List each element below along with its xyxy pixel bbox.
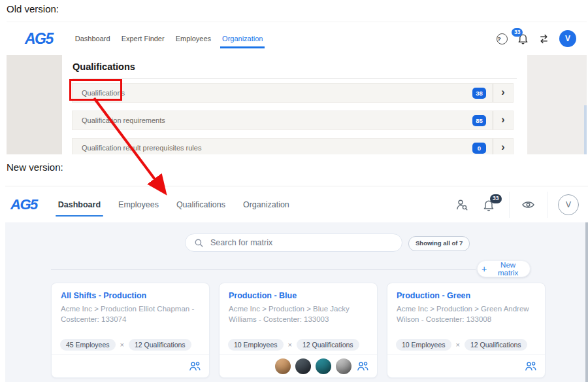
row-right: 85 › — [472, 111, 513, 130]
qualifications-badge: 12 Qualifications — [297, 339, 359, 351]
search-icon — [194, 238, 204, 248]
multiply-icon: × — [288, 341, 292, 349]
matrix-card-footer — [52, 355, 209, 377]
multiply-icon: × — [456, 341, 460, 349]
matrix-badges: 45 Employees × 12 Qualifications — [60, 339, 191, 351]
team-icon[interactable] — [188, 360, 201, 372]
eye-icon[interactable] — [521, 200, 535, 210]
matrix-card-footer — [387, 355, 545, 377]
sync-icon[interactable] — [538, 33, 549, 44]
annotation-highlight-box — [69, 79, 122, 101]
row-right: 0 › — [472, 139, 513, 154]
chevron-right-icon[interactable]: › — [493, 142, 513, 154]
help-glyph: ? — [497, 35, 501, 43]
count-badge: 38 — [472, 88, 486, 99]
qualifications-panel: Qualifications Qualifications 38 › Quali… — [62, 55, 527, 154]
old-sidebar — [7, 55, 63, 154]
panel-title: Qualifications — [73, 61, 517, 78]
new-header-actions: 33 V — [455, 186, 588, 223]
qualifications-badge: 12 Qualifications — [129, 339, 191, 351]
matrix-badges: 10 Employees × 12 Qualifications — [228, 339, 359, 351]
team-icon[interactable] — [356, 360, 369, 372]
user-avatar[interactable]: V — [559, 30, 576, 47]
matrix-description: Acme Inc > Production Elliot Chapman - C… — [61, 304, 200, 324]
new-header: AG5 Dashboard Employees Qualifications O… — [5, 186, 588, 223]
new-version-label: New version: — [7, 162, 63, 173]
employees-badge: 45 Employees — [60, 339, 116, 351]
matrix-card-footer — [220, 355, 377, 377]
list-item-qualification-requirements[interactable]: Qualification requirements 85 › — [72, 111, 514, 130]
nav-expert-finder[interactable]: Expert Finder — [122, 35, 165, 43]
tab-qualifications[interactable]: Qualifications — [176, 200, 225, 209]
employees-badge: 10 Employees — [396, 339, 451, 351]
search-input[interactable] — [209, 237, 402, 248]
nav-dashboard[interactable]: Dashboard — [75, 35, 110, 43]
row-right: 38 › — [472, 84, 513, 102]
count-badge: 85 — [472, 115, 486, 126]
ag5-logo: AG5 — [10, 196, 37, 213]
scrollbar[interactable] — [584, 105, 587, 154]
nav-organization[interactable]: Organization — [222, 35, 263, 43]
list-item-qualifications[interactable]: Qualifications 38 › — [72, 83, 514, 103]
help-icon[interactable]: ? — [497, 33, 508, 44]
matrix-card-production-green[interactable]: Production - Green Acme Inc > Production… — [387, 283, 546, 378]
new-version-screenshot: AG5 Dashboard Employees Qualifications O… — [5, 186, 588, 382]
user-avatar[interactable]: V — [558, 194, 579, 215]
tab-employees[interactable]: Employees — [118, 200, 159, 209]
matrix-description: Acme Inc > Production > Green Andrew Wil… — [397, 304, 536, 324]
old-version-label: Old version: — [7, 3, 59, 14]
team-icon[interactable] — [524, 360, 537, 372]
divider — [51, 269, 476, 269]
qualifications-badge: 12 Qualifications — [465, 339, 527, 351]
new-matrix-button[interactable]: + New matrix — [477, 260, 531, 277]
old-header-actions: ? 33 V — [497, 30, 576, 47]
matrix-description: Acme Inc > Production > Blue Jacky Willi… — [229, 304, 368, 324]
row-label: Qualification requirements — [82, 116, 165, 124]
row-label: Qualification result prerequisites rules — [82, 144, 201, 152]
dashboard-content: Showing all of 7 + New matrix All Shifts… — [5, 222, 588, 382]
plus-icon: + — [482, 264, 487, 273]
avatar[interactable] — [316, 358, 331, 374]
header-divider — [547, 192, 547, 218]
tab-organization[interactable]: Organization — [243, 200, 289, 209]
matrix-card-all-shifts-production[interactable]: All Shifts - Production Acme Inc > Produ… — [51, 283, 210, 378]
new-nav: Dashboard Employees Qualifications Organ… — [58, 200, 289, 209]
old-header: AG5 Dashboard Expert Finder Employees Or… — [7, 22, 587, 56]
showing-count-pill[interactable]: Showing all of 7 — [408, 236, 470, 251]
old-content-area: Qualifications Qualifications 38 › Quali… — [7, 55, 587, 154]
header-divider — [509, 192, 510, 218]
ag5-logo: AG5 — [25, 30, 53, 48]
notification-badge: 33 — [490, 194, 502, 203]
avatar[interactable] — [295, 358, 311, 374]
new-matrix-label: New matrix — [490, 261, 526, 277]
scrollbar[interactable] — [585, 222, 588, 382]
count-badge: 0 — [472, 143, 486, 154]
chevron-right-icon[interactable]: › — [493, 87, 513, 99]
avatar[interactable] — [336, 358, 351, 374]
user-search-icon[interactable] — [455, 198, 468, 211]
search-matrix-field[interactable] — [185, 234, 402, 252]
matrix-badges: 10 Employees × 12 Qualifications — [396, 339, 527, 351]
matrix-title[interactable]: All Shifts - Production — [61, 291, 200, 300]
notification-badge: 33 — [512, 28, 523, 37]
multiply-icon: × — [120, 341, 124, 349]
list-item-qualification-result-prerequisites-rules[interactable]: Qualification result prerequisites rules… — [72, 138, 514, 154]
notifications-button[interactable]: 33 — [517, 33, 529, 44]
matrix-card-production-blue[interactable]: Production - Blue Acme Inc > Production … — [219, 283, 378, 378]
employees-badge: 10 Employees — [228, 339, 284, 351]
matrix-title[interactable]: Production - Blue — [229, 291, 368, 300]
notifications-button[interactable]: 33 — [483, 199, 495, 211]
tab-dashboard[interactable]: Dashboard — [58, 200, 101, 209]
matrix-title[interactable]: Production - Green — [397, 291, 536, 300]
qualifications-list: Qualifications 38 › Qualification requir… — [72, 83, 514, 154]
chevron-right-icon[interactable]: › — [493, 114, 513, 126]
old-nav: Dashboard Expert Finder Employees Organi… — [75, 35, 263, 43]
avatar[interactable] — [275, 358, 291, 374]
nav-employees[interactable]: Employees — [176, 35, 211, 43]
